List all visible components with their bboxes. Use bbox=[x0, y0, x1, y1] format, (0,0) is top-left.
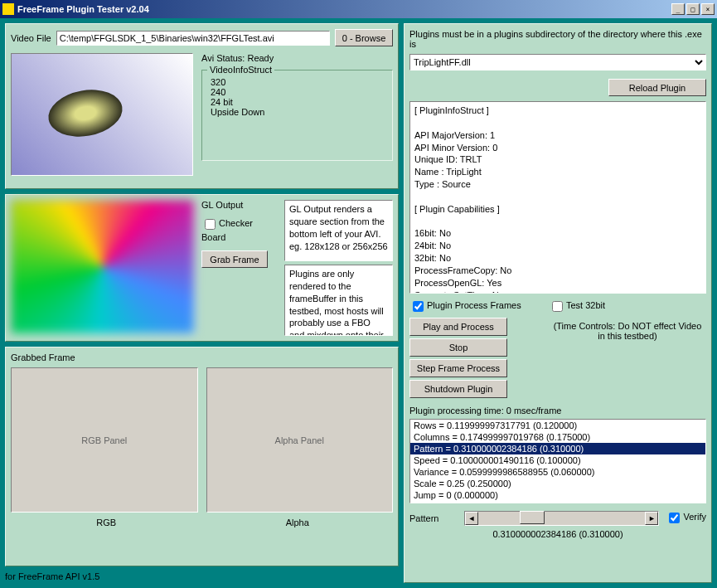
step-frame-button[interactable]: Step Frame Process bbox=[409, 359, 507, 377]
gl-output-title: GL Output bbox=[201, 200, 278, 210]
grab-frame-button[interactable]: Grab Frame bbox=[201, 250, 268, 268]
verify-checkbox[interactable] bbox=[669, 513, 680, 523]
minimize-button[interactable]: _ bbox=[671, 3, 685, 15]
video-file-label: Video File bbox=[11, 33, 51, 43]
param-row[interactable]: Columns = 0.174999997019768 (0.175000) bbox=[410, 431, 705, 443]
param-value-label: 0.310000002384186 (0.310000) bbox=[409, 529, 706, 539]
param-name-label: Pattern bbox=[409, 513, 458, 523]
title-bar: FreeFrame Plugin Tester v2.04 _ □ × bbox=[0, 0, 717, 18]
grabbed-frame-title: Grabbed Frame bbox=[11, 352, 393, 362]
rgb-panel: RGB Panel bbox=[11, 367, 198, 513]
test-32bit-checkbox[interactable] bbox=[552, 301, 563, 312]
shutdown-plugin-button[interactable]: Shutdown Plugin bbox=[409, 380, 507, 398]
param-row[interactable]: Rows = 0.119999997317791 (0.120000) bbox=[410, 420, 705, 431]
footer-text: for FreeFrame API v1.5 bbox=[5, 571, 399, 581]
param-row[interactable]: Jump = 0 (0.000000) bbox=[410, 489, 705, 501]
param-row[interactable]: Speed = 0.100000001490116 (0.100000) bbox=[410, 454, 705, 466]
plugin-process-frames-checkbox[interactable] bbox=[413, 301, 424, 312]
alpha-label: Alpha bbox=[202, 518, 394, 527]
slider-right-arrow[interactable]: ► bbox=[645, 512, 658, 525]
time-controls-note: (Time Controls: Do NOT effect Video in t… bbox=[549, 321, 706, 341]
app-icon bbox=[2, 3, 14, 15]
video-file-input[interactable] bbox=[56, 31, 330, 46]
param-row[interactable]: Scale = 0.25 (0.250000) bbox=[410, 478, 705, 489]
gl-output-preview bbox=[11, 200, 195, 334]
reload-plugin-button[interactable]: Reload Plugin bbox=[608, 79, 706, 96]
plugin-panel: Plugins must be in a plugins subdirector… bbox=[404, 23, 712, 583]
gl-output-panel: GL Output Checker Board Grab Frame GL Ou… bbox=[5, 194, 399, 342]
stop-button[interactable]: Stop bbox=[409, 338, 507, 357]
grabbed-frame-panel: Grabbed Frame RGB Panel Alpha Panel RGB … bbox=[5, 347, 399, 566]
rgb-label: RGB bbox=[11, 518, 202, 527]
plugin-process-frames-label: Plugin Process Frames bbox=[427, 300, 521, 310]
parameter-listbox[interactable]: Rows = 0.119999997317791 (0.120000)Colum… bbox=[409, 419, 706, 503]
test-32bit-label: Test 32bit bbox=[566, 300, 605, 310]
param-row[interactable]: Pattern = 0.310000002384186 (0.310000) bbox=[410, 443, 705, 454]
slider-thumb[interactable] bbox=[520, 511, 545, 524]
close-button[interactable]: × bbox=[701, 3, 715, 15]
gl-output-desc: GL Output renders a square section from … bbox=[284, 200, 393, 261]
param-row[interactable]: Variance = 0.0599999986588955 (0.060000) bbox=[410, 466, 705, 478]
video-preview bbox=[11, 53, 193, 176]
avi-status-label: Avi Status: Ready bbox=[201, 53, 393, 63]
play-process-button[interactable]: Play and Process bbox=[409, 318, 507, 336]
param-slider[interactable]: ◄ ► bbox=[464, 511, 659, 526]
slider-left-arrow[interactable]: ◄ bbox=[465, 512, 478, 525]
plugin-processing-time: Plugin processing time: 0 msec/frame bbox=[409, 406, 706, 415]
gl-output-note: Plugins are only rendered to the frameBu… bbox=[284, 265, 393, 336]
plugin-select[interactable]: TripLightFF.dll bbox=[409, 54, 706, 70]
plugin-instructions: Plugins must be in a plugins subdirector… bbox=[409, 29, 706, 49]
browse-button[interactable]: 0 - Browse bbox=[335, 29, 393, 46]
checker-board-checkbox[interactable] bbox=[205, 219, 216, 230]
plugin-info-text[interactable]: [ PluginInfoStruct ] API MajorVersion: 1… bbox=[409, 101, 706, 294]
videoinfostruct-content: 32024024 bitUpside Down bbox=[211, 77, 384, 117]
alpha-panel: Alpha Panel bbox=[206, 367, 394, 513]
window-title: FreeFrame Plugin Tester v2.04 bbox=[17, 4, 670, 14]
video-file-panel: Video File 0 - Browse Avi Status: Ready … bbox=[5, 23, 399, 189]
verify-label: Verify bbox=[683, 512, 706, 522]
videoinfostruct-title: VideoInfoStruct bbox=[207, 65, 274, 75]
maximize-button[interactable]: □ bbox=[686, 3, 700, 15]
